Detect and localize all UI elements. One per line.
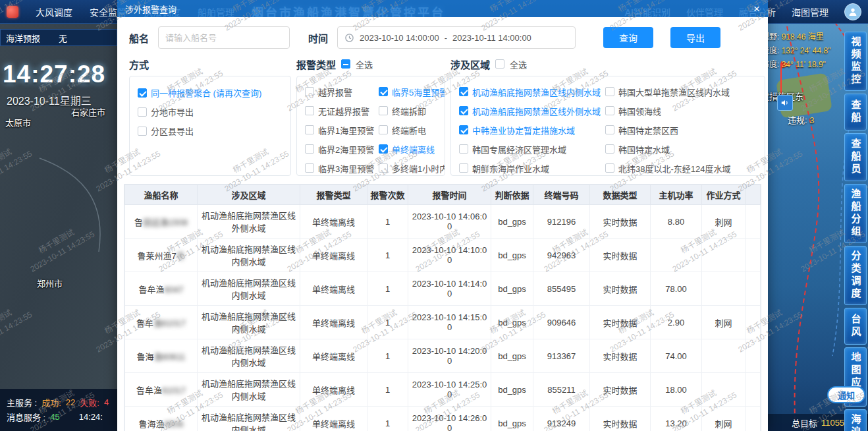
checkbox-option[interactable]: 韩国大型单拖禁渔区线内水域 bbox=[605, 83, 757, 100]
checkbox-option[interactable]: 同一种报警聚合 (请再次查询) bbox=[138, 83, 283, 102]
alarm-sound-button[interactable] bbox=[777, 95, 793, 111]
close-icon[interactable]: × bbox=[753, 3, 760, 14]
table-row[interactable]: 鲁海渔6506机动渔船底拖网禁渔区线内侧水域单终端离线12023-10-10 1… bbox=[125, 407, 761, 431]
checkbox-option[interactable]: 无证越界报警 bbox=[305, 102, 379, 119]
alarm-type-select-all-checkbox[interactable] bbox=[341, 59, 350, 69]
checkbox-option[interactable]: 临界2海里预警 bbox=[305, 140, 379, 158]
checkbox-option[interactable]: 机动渔船底拖网禁渔区线内侧水域 bbox=[459, 83, 605, 100]
checkbox-option[interactable]: 单终端离线 bbox=[379, 140, 445, 158]
sidebar-button[interactable]: 台风 bbox=[844, 308, 867, 345]
cell-alarm-time: 2023-10-10 14:06:00 bbox=[408, 205, 491, 239]
checkbox[interactable] bbox=[379, 87, 388, 96]
user-avatar[interactable] bbox=[844, 3, 861, 20]
checkbox[interactable] bbox=[605, 87, 614, 96]
notify-button[interactable]: 通知 bbox=[827, 386, 865, 403]
checkbox[interactable] bbox=[459, 87, 468, 96]
cell-alarm-time: 2023-10-10 14:15:00 bbox=[408, 306, 491, 339]
column-header[interactable]: 渔船名称 bbox=[125, 185, 198, 205]
checkbox[interactable] bbox=[305, 163, 314, 173]
column-header[interactable]: 终端号码 bbox=[533, 185, 590, 205]
nav-item[interactable]: 海图管理 bbox=[792, 5, 828, 18]
checkbox[interactable] bbox=[305, 106, 314, 115]
time-separator: - bbox=[445, 33, 447, 43]
checkbox-option[interactable]: 机动渔船底拖网禁渔区线外侧水域 bbox=[459, 102, 605, 119]
checkbox-option[interactable]: 终端断电 bbox=[379, 121, 445, 138]
checkbox[interactable] bbox=[605, 106, 614, 115]
checkbox[interactable] bbox=[459, 106, 468, 115]
column-header[interactable]: 作业方式 bbox=[702, 185, 746, 205]
cell-alarm-count: 1 bbox=[367, 407, 408, 431]
speaker-icon bbox=[780, 98, 790, 107]
export-button[interactable]: 导出 bbox=[670, 27, 720, 48]
sidebar-button[interactable]: 渔船分组 bbox=[844, 184, 867, 243]
column-header[interactable]: 涉及区域 bbox=[198, 185, 300, 205]
checkbox[interactable] bbox=[605, 144, 614, 154]
table-row[interactable]: 鲁牟渔6047机动渔船底拖网禁渔区线内侧水域单终端离线12023-10-10 1… bbox=[125, 272, 761, 306]
map-view-info: 视野: 918.46 海里 经度: 132° 24' 44.8" 纬度: 34°… bbox=[761, 30, 830, 72]
fail-value: 4 bbox=[104, 397, 109, 407]
checkbox-option[interactable]: 临界1海里预警 bbox=[305, 121, 379, 138]
column-header[interactable]: 报警时间 bbox=[408, 185, 491, 205]
ship-name-input[interactable] bbox=[158, 26, 290, 49]
time-range-picker[interactable]: 2023-10-10 14:00:00 - 2023-10-11 14:00:0… bbox=[337, 26, 576, 49]
checkbox[interactable] bbox=[605, 163, 614, 173]
query-button[interactable]: 查询 bbox=[603, 27, 653, 48]
checkbox-option[interactable]: 分区县导出 bbox=[138, 121, 283, 140]
checkbox[interactable] bbox=[305, 144, 314, 154]
ocean-forecast-bar[interactable]: 海洋预报 无 bbox=[0, 29, 117, 46]
checkbox-option[interactable]: 分地市导出 bbox=[138, 102, 283, 121]
cell-method: 刺网 bbox=[702, 205, 746, 239]
total-targets-value: 11055 bbox=[821, 418, 844, 428]
checkbox[interactable] bbox=[459, 144, 468, 154]
checkbox[interactable] bbox=[605, 125, 614, 134]
checkbox[interactable] bbox=[138, 88, 147, 98]
table-row[interactable]: 鲁莱州渔7号机动渔船底拖网禁渔区线内侧水域单终端离线12023-10-10 14… bbox=[125, 239, 761, 272]
area-select-all-checkbox[interactable] bbox=[495, 59, 504, 69]
checkbox-option[interactable]: 越界报警 bbox=[305, 83, 379, 100]
message-service-label: 消息服务 : bbox=[7, 411, 45, 423]
checkbox-option[interactable]: 终端拆卸 bbox=[379, 102, 445, 119]
sidebar-button[interactable]: 海浪预报 bbox=[844, 409, 867, 431]
column-header[interactable]: 报警类型 bbox=[300, 185, 367, 205]
checkbox-option[interactable]: 临界5海里预警 bbox=[379, 83, 445, 100]
checkbox-option[interactable]: 韩国领海线 bbox=[605, 102, 757, 119]
checkbox[interactable] bbox=[138, 127, 147, 136]
sidebar-button[interactable]: 查船员 bbox=[844, 133, 867, 181]
cell-method: 刺网 bbox=[702, 306, 746, 339]
checkbox[interactable] bbox=[459, 125, 468, 134]
checkbox-option[interactable]: 朝鲜东海岸作业水域 bbox=[459, 159, 605, 176]
sidebar-button[interactable]: 查船 bbox=[844, 94, 867, 130]
method-options: 同一种报警聚合 (请再次查询)分地市导出分区县导出 bbox=[138, 83, 283, 140]
checkbox[interactable] bbox=[379, 144, 388, 154]
checkbox-option[interactable]: 韩国专属经济区管理水域 bbox=[459, 140, 605, 158]
area-section-title: 涉及区域 bbox=[450, 57, 490, 71]
nav-item[interactable]: 大风调度 bbox=[36, 5, 72, 18]
column-header[interactable]: 主机功率 bbox=[651, 185, 702, 205]
checkbox-option[interactable]: 临界3海里预警 bbox=[305, 159, 379, 176]
column-header[interactable]: 判断依据 bbox=[491, 185, 533, 205]
checkbox-option[interactable]: 多终端1小时内同 bbox=[379, 159, 445, 176]
column-header[interactable]: 报警次数 bbox=[367, 185, 408, 205]
checkbox[interactable] bbox=[379, 106, 388, 115]
checkbox[interactable] bbox=[379, 125, 388, 134]
table-row[interactable]: 鲁牟渔61017机动渔船底拖网禁渔区线内侧水域单终端离线12023-10-10 … bbox=[125, 306, 761, 339]
checkbox[interactable] bbox=[305, 87, 314, 96]
table-row[interactable]: 鲁海渔60611机动渔船底拖网禁渔区线内侧水域单终端离线12023-10-10 … bbox=[125, 339, 761, 373]
sidebar-button[interactable]: 视频监控 bbox=[844, 32, 867, 91]
checkbox-option[interactable]: 韩国特定禁区西 bbox=[605, 121, 757, 138]
column-header[interactable]: 数据类型 bbox=[590, 185, 651, 205]
checkbox[interactable] bbox=[138, 107, 147, 117]
cell-area: 机动渔船底拖网禁渔区线内侧水域 bbox=[198, 306, 300, 339]
cell-alarm-count: 1 bbox=[367, 239, 408, 272]
table-row[interactable]: 鲁牟渔61017机动渔船底拖网禁渔区线内侧水域单终端离线12023-10-10 … bbox=[125, 373, 761, 407]
checkbox-option[interactable]: 韩国特定水域 bbox=[605, 140, 757, 158]
checkbox-label: 无证越界报警 bbox=[318, 105, 369, 117]
table-row[interactable]: 鲁田远渔1508机动渔船底拖网禁渔区线外侧水域单终端离线12023-10-10 … bbox=[125, 205, 761, 239]
checkbox[interactable] bbox=[379, 163, 388, 173]
checkbox[interactable] bbox=[459, 163, 468, 173]
checkbox[interactable] bbox=[305, 125, 314, 134]
alarm-table-head-row: 渔船名称涉及区域报警类型报警次数报警时间判断依据终端号码数据类型主机功率作业方式 bbox=[125, 185, 761, 205]
sidebar-button[interactable]: 分类调度 bbox=[844, 246, 867, 305]
checkbox-option[interactable]: 北纬38度以北-东经124度水域 bbox=[605, 159, 757, 176]
checkbox-option[interactable]: 中韩渔业协定暂定措施水域 bbox=[459, 121, 605, 138]
